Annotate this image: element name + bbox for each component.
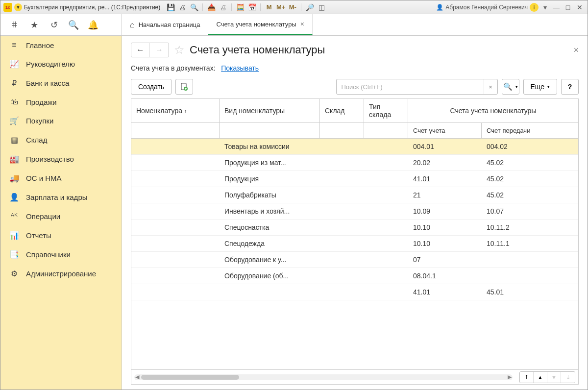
sidebar-label: Отчеты <box>26 231 51 240</box>
sidebar-icon: ≡ <box>9 41 19 49</box>
prev-record-button[interactable]: ▲ <box>534 372 547 383</box>
history-icon[interactable]: ↺ <box>49 20 59 30</box>
page-title: Счета учета номенклатуры <box>190 44 325 56</box>
search-box: × <box>336 79 498 95</box>
zoom-icon[interactable]: 🔎 <box>305 3 314 12</box>
info-icon[interactable]: i <box>530 3 539 12</box>
last-record-button[interactable]: ⤓ <box>561 372 575 383</box>
table-row[interactable]: Товары на комиссии004.01004.02 <box>131 139 578 155</box>
app-window: 1c ▼ Бухгалтерия предприятия, ре... (1С:… <box>0 0 588 390</box>
table-row[interactable]: Оборудование (об...08.04.1 <box>131 268 578 284</box>
col-kind[interactable]: Вид номенклатуры <box>220 99 320 122</box>
calc-icon[interactable]: 🧮 <box>236 3 245 12</box>
table-row[interactable]: Продукция41.0145.02 <box>131 171 578 187</box>
sidebar-item-3[interactable]: 🛍Продажи <box>0 93 122 111</box>
more-button[interactable]: Еще▾ <box>523 79 558 95</box>
table-row[interactable]: Продукция из мат...20.0245.02 <box>131 155 578 171</box>
scroll-right-icon[interactable]: ▶ <box>508 374 512 380</box>
col-account[interactable]: Счет учета <box>408 123 482 138</box>
sidebar-icon: ▦ <box>9 135 19 145</box>
tabs: ⌂ Начальная страница Счета учета номенкл… <box>122 14 588 35</box>
sidebar-item-2[interactable]: ₽Банк и касса <box>0 73 122 93</box>
app-menu-dropdown[interactable]: ▼ <box>14 3 22 11</box>
create-button[interactable]: Создать <box>131 79 172 95</box>
search-icon[interactable]: 🔍 <box>68 20 79 30</box>
sidebar-label: Операции <box>26 212 60 220</box>
scroll-thumb[interactable] <box>141 375 239 380</box>
table-row[interactable]: Спецодежда10.1010.11.1 <box>131 236 578 252</box>
sidebar-item-4[interactable]: 🛒Покупки <box>0 111 122 130</box>
col-warehouse[interactable]: Склад <box>320 99 364 122</box>
sidebar-item-12[interactable]: ⚙Администрирование <box>0 264 122 283</box>
titlebar: 1c ▼ Бухгалтерия предприятия, ре... (1С:… <box>0 0 588 14</box>
maximize-button[interactable]: □ <box>563 3 573 12</box>
col-accounts-group[interactable]: Счета учета номенклатуры <box>408 99 578 122</box>
print2-icon[interactable]: 🖨 <box>219 3 227 12</box>
sidebar-item-0[interactable]: ≡Главное <box>0 36 122 54</box>
subline-link[interactable]: Показывать <box>221 64 259 72</box>
sidebar-item-10[interactable]: 📊Отчеты <box>0 226 122 245</box>
search-dropdown-button[interactable]: 🔍▾ <box>502 79 519 95</box>
page-close-icon[interactable]: × <box>573 45 579 55</box>
search-clear-icon[interactable]: × <box>484 79 497 94</box>
create-copy-button[interactable] <box>175 79 193 95</box>
sidebar-item-6[interactable]: 🏭Производство <box>0 149 122 169</box>
sidebar-item-5[interactable]: ▦Склад <box>0 130 122 149</box>
tab-home[interactable]: ⌂ Начальная страница <box>122 14 208 35</box>
forward-button[interactable]: → <box>150 43 169 57</box>
table-row[interactable]: Полуфабрикаты2145.02 <box>131 187 578 203</box>
minimize-button[interactable]: — <box>551 3 561 12</box>
dropdown-small-icon[interactable]: ▾ <box>540 3 549 12</box>
table-footer: ◀ ▶ ⤒ ▲ ▼ ⤓ <box>131 369 578 384</box>
scroll-left-icon[interactable]: ◀ <box>135 374 139 380</box>
sidebar-item-7[interactable]: 🚚ОС и НМА <box>0 169 122 188</box>
sidebar-icon: 👤 <box>9 193 19 202</box>
user-display[interactable]: 👤 Абрамов Геннадий Сергеевич <box>436 4 528 11</box>
table-row[interactable]: 41.0145.01 <box>131 284 578 300</box>
table-row[interactable]: Оборудование к у...07 <box>131 252 578 268</box>
tab-close-icon[interactable]: × <box>300 20 304 28</box>
tab-accounts[interactable]: Счета учета номенклатуры × <box>208 14 313 35</box>
sidebar-item-9[interactable]: ᴬᴷОперации <box>0 207 122 226</box>
col-nomenclature[interactable]: Номенклатура↑ <box>131 99 220 122</box>
panels-icon[interactable]: ◫ <box>317 3 326 12</box>
bell-icon[interactable]: 🔔 <box>88 20 98 30</box>
horizontal-scrollbar[interactable]: ◀ ▶ <box>134 374 513 380</box>
col-transfer-account[interactable]: Счет передачи <box>482 123 578 138</box>
print-icon[interactable]: 🖨 <box>178 3 187 12</box>
first-record-button[interactable]: ⤒ <box>520 372 534 383</box>
nav-buttons: ← → <box>131 43 169 57</box>
col-warehouse-type[interactable]: Тип склада <box>364 99 408 122</box>
search-wrap: × 🔍▾ Еще▾ ? <box>336 79 579 95</box>
titlebar-icons: 💾 🖨 🔍 📥 🖨 🧮 📅 M M+ M- 🔎 ◫ <box>166 3 326 12</box>
nav-record-buttons: ⤒ ▲ ▼ ⤓ <box>519 371 575 383</box>
user-name: Абрамов Геннадий Сергеевич <box>445 4 528 11</box>
apps-icon[interactable]: 𐄹 <box>9 20 20 30</box>
sidebar-label: Производство <box>26 155 74 163</box>
sidebar-label: Руководителю <box>26 60 75 68</box>
sidebar-item-11[interactable]: 📑Справочники <box>0 245 122 264</box>
back-button[interactable]: ← <box>131 43 150 57</box>
calendar-icon[interactable]: 📅 <box>247 3 256 12</box>
sidebar-label: Зарплата и кадры <box>26 193 88 201</box>
search-input[interactable] <box>337 83 484 91</box>
favorite-icon[interactable]: ★ <box>29 20 40 30</box>
sidebar-label: Покупки <box>26 117 53 125</box>
close-window-button[interactable]: ✕ <box>575 3 585 12</box>
m-minus-button[interactable]: M- <box>288 3 297 12</box>
compare-icon[interactable]: 📥 <box>207 3 216 12</box>
sidebar-label: ОС и НМА <box>26 174 62 182</box>
table-row[interactable]: Спецоснастка10.1010.11.2 <box>131 219 578 236</box>
home-icon: ⌂ <box>130 21 135 29</box>
preview-icon[interactable]: 🔍 <box>190 3 198 12</box>
app-title: Бухгалтерия предприятия, ре... (1С:Предп… <box>24 4 160 11</box>
table-row[interactable]: Инвентарь и хозяй...10.0910.07 <box>131 203 578 219</box>
help-button[interactable]: ? <box>561 79 579 95</box>
favorite-star-icon[interactable]: ☆ <box>174 43 185 57</box>
sidebar-item-8[interactable]: 👤Зарплата и кадры <box>0 188 122 207</box>
next-record-button[interactable]: ▼ <box>547 372 561 383</box>
m-plus-button[interactable]: M+ <box>276 3 285 12</box>
save-icon[interactable]: 💾 <box>166 3 175 12</box>
m-button[interactable]: M <box>265 3 273 12</box>
sidebar-item-1[interactable]: 📈Руководителю <box>0 54 122 73</box>
